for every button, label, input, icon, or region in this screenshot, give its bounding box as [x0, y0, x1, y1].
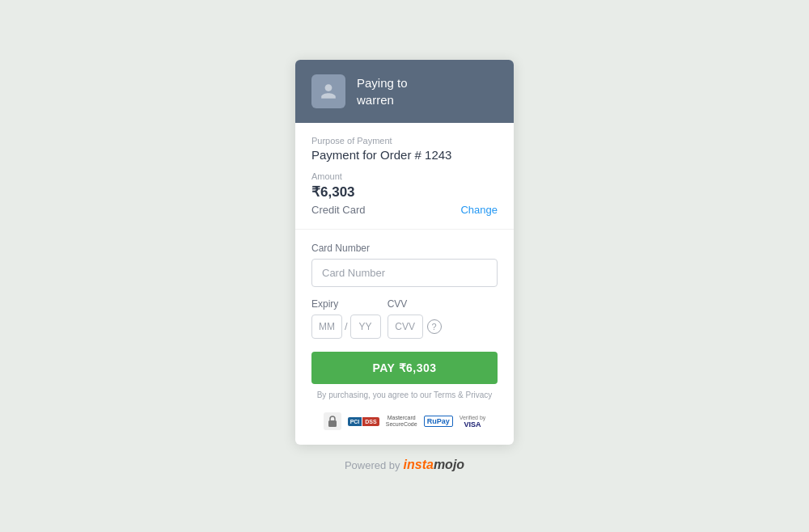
amount-label: Amount [311, 171, 498, 181]
expiry-slash: / [342, 315, 350, 339]
purpose-value: Payment for Order # 1243 [311, 148, 498, 162]
user-icon [320, 82, 337, 100]
security-logos: PCI DSS MastercardSecureCode RuPay Verif… [311, 409, 498, 430]
dss-text: DSS [362, 417, 379, 426]
divider [295, 229, 514, 230]
instamojo-brand: instamojo [404, 458, 465, 472]
visa-badge: Verified by VISA [460, 415, 486, 429]
ssl-badge [324, 412, 341, 430]
avatar [311, 74, 345, 108]
expiry-inputs: / [311, 315, 381, 339]
mastercard-badge: MastercardSecureCode [386, 415, 417, 427]
header-paying-to: Paying to warren [357, 74, 408, 108]
payment-card: Paying to warren Purpose of Payment Paym… [295, 60, 514, 445]
card-body: Purpose of Payment Payment for Order # 1… [295, 123, 514, 445]
paying-to-label: Paying to [357, 76, 408, 90]
expiry-section: Expiry / [311, 298, 381, 339]
expiry-cvv-row: Expiry / CVV ? [311, 298, 498, 339]
terms-text: By purchasing, you agree to our Terms & … [311, 391, 498, 399]
cvv-input[interactable] [388, 315, 423, 339]
powered-by-section: Powered by instamojo [345, 458, 464, 472]
cvv-section: CVV ? [388, 298, 442, 339]
cvv-label: CVV [388, 298, 442, 310]
card-number-input[interactable] [311, 259, 498, 287]
pci-text: PCI [348, 417, 362, 426]
cvv-row: ? [388, 315, 442, 339]
lock-icon [328, 416, 337, 427]
recipient-name: warren [357, 93, 394, 107]
visa-text: VISA [460, 420, 486, 429]
svg-rect-0 [328, 420, 337, 427]
payment-method-row: Credit Card Change [311, 204, 498, 216]
powered-by-label: Powered by [345, 459, 400, 471]
pay-button[interactable]: PAY ₹6,303 [311, 352, 498, 384]
card-header: Paying to warren [295, 60, 514, 123]
rupay-badge: RuPay [424, 416, 453, 427]
card-number-label: Card Number [311, 243, 498, 254]
expiry-yy-input[interactable] [350, 315, 381, 339]
payment-method-label: Credit Card [311, 204, 365, 216]
cvv-help-icon[interactable]: ? [427, 319, 442, 334]
change-link[interactable]: Change [460, 204, 498, 216]
amount-value: ₹6,303 [311, 184, 498, 201]
pci-dss-badge: PCI DSS [348, 417, 379, 426]
expiry-label: Expiry [311, 298, 381, 310]
expiry-mm-input[interactable] [311, 315, 342, 339]
purpose-label: Purpose of Payment [311, 136, 498, 146]
